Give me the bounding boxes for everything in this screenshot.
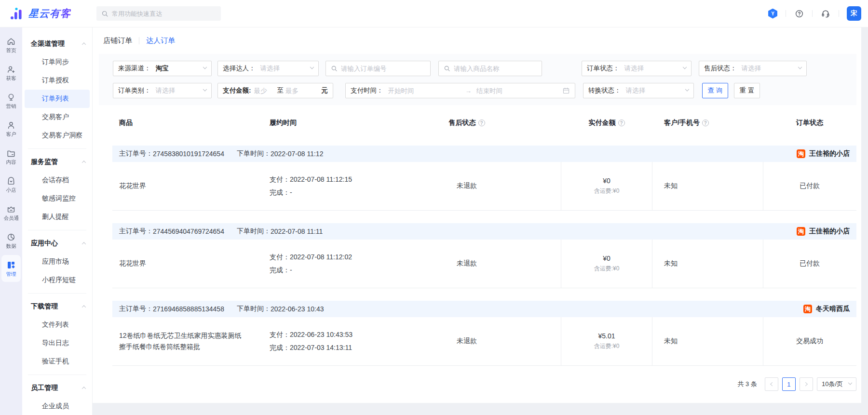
main-area: 店铺订单 达人订单 来源渠道： 淘宝 选择达人： 请选择 [93, 27, 868, 415]
rail-item-acquisition[interactable]: 获客 [1, 59, 21, 86]
nav-group-download[interactable]: 下载管理 [22, 297, 92, 316]
aftersale-status-select[interactable]: 售后状态： 请选择 [699, 61, 807, 76]
workspace-badge-icon[interactable]: Y [768, 9, 778, 19]
order-block: 主订单号： 2744569404769724654 下单时间： 2022-07-… [112, 223, 856, 288]
product-name: 12卷纸巾卷纸无芯卫生纸家用实惠装厕纸擦手纸餐巾纸卷筒纸整箱批 [112, 317, 257, 365]
marketing-icon [6, 93, 16, 102]
orders-table: 商品 履约时间 售后状态? 实付金额? 客户/手机号? 订单状态 主订单号： 2… [99, 113, 856, 396]
next-page-button[interactable] [800, 377, 813, 391]
taobao-badge-icon: 淘 [803, 305, 812, 313]
rail-item-membership[interactable]: 会员通 [1, 199, 21, 226]
sidebar-item-app-market[interactable]: 应用市场 [25, 253, 90, 271]
product-name: 花花世界 [112, 240, 257, 288]
divider [139, 37, 139, 44]
nav-group-omnichannel[interactable]: 全渠道管理 [22, 35, 92, 53]
header-actions: Y 宋 [768, 6, 868, 21]
expert-select[interactable]: 选择达人： 请选择 [217, 61, 319, 76]
amount-min-input[interactable] [254, 87, 275, 94]
global-search[interactable] [96, 6, 221, 21]
order-time: 2022-07-08 11:11 [271, 228, 323, 235]
page-size-select[interactable]: 10条/页 [817, 377, 856, 391]
chevron-right-icon [803, 382, 807, 386]
shop-info: 淘 王佳裕的小店 [797, 149, 850, 158]
order-no-search[interactable] [326, 61, 431, 76]
order-time: 2022-06-23 10:43 [271, 305, 324, 313]
sidebar-item-trade-customers[interactable]: 交易客户 [25, 108, 90, 126]
rail-item-data[interactable]: 数据 [1, 227, 21, 254]
filter-panel: 来源渠道： 淘宝 选择达人： 请选择 订单状态： 请选择 [99, 54, 856, 105]
sidebar-item-order-sync[interactable]: 订单同步 [25, 53, 90, 71]
total-count: 共 3 条 [737, 380, 757, 388]
shop-name: 王佳裕的小店 [809, 227, 850, 236]
search-icon [331, 65, 338, 72]
brand-name: 星云有客 [28, 7, 71, 20]
rail-item-content[interactable]: 内容 [1, 143, 21, 170]
pie-chart-icon [6, 232, 16, 242]
divider [786, 10, 786, 17]
product-name-input[interactable] [454, 65, 531, 72]
order-status: 交易成功 [763, 317, 856, 365]
query-button[interactable]: 查 询 [702, 83, 728, 98]
secondary-sidebar: 全渠道管理 订单同步 订单授权 订单列表 交易客户 交易客户洞察 服务监管 会话… [22, 27, 93, 415]
pay-amount-range[interactable]: 支付金额: 至 元 [217, 83, 333, 98]
rail-item-customers[interactable]: 客户 [1, 115, 21, 142]
folder-icon [6, 148, 16, 158]
order-category-select[interactable]: 订单类别： 请选择 [113, 83, 212, 98]
divider [28, 148, 86, 149]
reset-button[interactable]: 重 置 [734, 83, 760, 98]
rail-item-marketing[interactable]: 营销 [1, 87, 21, 114]
sidebar-item-sensitive-words[interactable]: 敏感词监控 [25, 189, 90, 208]
rail-item-shop[interactable]: 小店 [1, 171, 21, 198]
nav-group-appcenter[interactable]: 应用中心 [22, 234, 92, 253]
convert-status-select[interactable]: 转换状态： 请选择 [583, 83, 694, 98]
global-search-input[interactable] [112, 10, 208, 17]
order-no-input[interactable] [341, 65, 418, 72]
sidebar-item-miniapp-shortlink[interactable]: 小程序短链 [25, 271, 90, 289]
sidebar-item-company-members[interactable]: 企业成员 [25, 397, 90, 415]
rail-item-home[interactable]: 首页 [1, 31, 21, 58]
sidebar-item-delete-reminder[interactable]: 删人提醒 [25, 208, 90, 226]
pay-time-range[interactable]: 支付时间： → [345, 83, 575, 98]
sidebar-item-export-log[interactable]: 导出日志 [25, 334, 90, 352]
col-customer-phone: 客户/手机号? [652, 113, 763, 133]
headset-icon[interactable] [820, 8, 831, 19]
nav-group-staff[interactable]: 员工管理 [22, 379, 92, 397]
amount-max-input[interactable] [285, 87, 307, 94]
sidebar-item-session-archive[interactable]: 会话存档 [25, 171, 90, 189]
end-time-input[interactable] [476, 87, 549, 94]
source-channel-select[interactable]: 来源渠道： 淘宝 [113, 61, 212, 76]
prev-page-button[interactable] [765, 377, 778, 391]
filter-row-1: 来源渠道： 淘宝 选择达人： 请选择 订单状态： 请选择 [113, 61, 856, 76]
sidebar-item-trade-insight[interactable]: 交易客户洞察 [25, 126, 90, 145]
user-avatar[interactable]: 宋 [847, 6, 861, 21]
help-icon[interactable]: ? [618, 120, 625, 126]
divider [812, 10, 813, 17]
order-detail-row: 花花世界 支付：2022-07-08 11:12:02 完成：- 未退款 ¥0 … [112, 240, 856, 288]
collapse-icon [82, 387, 86, 390]
order-status-select[interactable]: 订单状态： 请选择 [582, 61, 692, 76]
fulfillment-times: 支付：2022-07-08 11:12:15 完成：- [257, 162, 373, 210]
sidebar-item-verify-phone[interactable]: 验证手机 [25, 352, 90, 371]
nav-group-service[interactable]: 服务监管 [22, 153, 92, 171]
help-icon[interactable]: ? [702, 120, 709, 126]
customer: 未知 [652, 317, 763, 365]
product-name-search[interactable] [438, 61, 542, 76]
tab-shop-orders[interactable]: 店铺订单 [103, 36, 132, 45]
rail-item-management[interactable]: 管理 [1, 255, 21, 282]
aftersale-status: 未退款 [373, 240, 561, 288]
sidebar-item-file-list[interactable]: 文件列表 [25, 316, 90, 334]
aftersale-status: 未退款 [373, 162, 561, 210]
start-time-input[interactable] [388, 87, 461, 94]
page-number-button[interactable]: 1 [782, 377, 796, 391]
sidebar-item-order-auth[interactable]: 订单授权 [25, 71, 90, 90]
help-icon[interactable] [794, 8, 804, 19]
crown-badge-icon [6, 204, 16, 214]
tab-expert-orders[interactable]: 达人订单 [146, 36, 175, 45]
chevron-down-icon [848, 381, 852, 385]
shop-info: 淘 冬天啃西瓜 [803, 305, 850, 313]
col-product: 商品 [112, 113, 257, 133]
help-icon[interactable]: ? [478, 120, 485, 126]
paid-amount: ¥0 含运费:¥0 [561, 240, 652, 288]
taobao-badge-icon: 淘 [797, 149, 805, 158]
sidebar-item-order-list[interactable]: 订单列表 [25, 90, 90, 108]
